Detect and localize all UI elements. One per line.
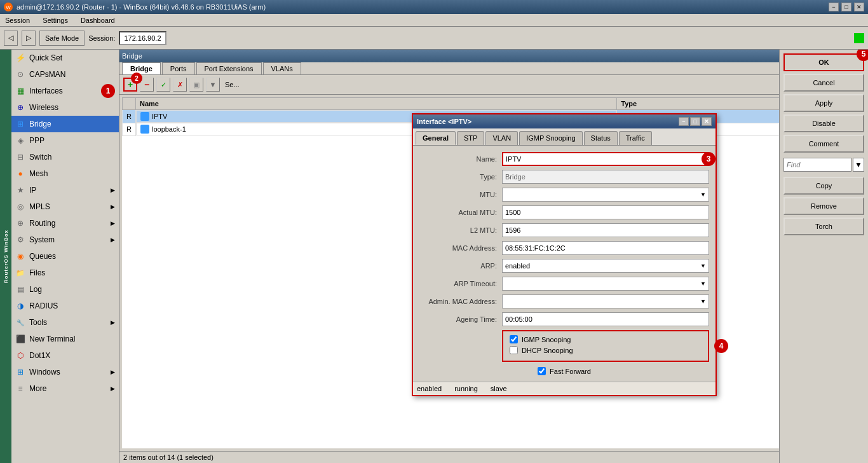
apply-button[interactable]: Apply: [783, 94, 864, 112]
ageing-input[interactable]: [502, 312, 709, 326]
torch-button[interactable]: Torch: [783, 218, 864, 235]
fast-forward-checkbox[interactable]: [538, 367, 546, 375]
sidebar-item-tools[interactable]: Tools ▶: [11, 314, 119, 331]
settings-button[interactable]: ▣: [189, 78, 203, 92]
sidebar-item-switch[interactable]: Switch: [11, 149, 119, 165]
sidebar-item-radius[interactable]: RADIUS: [11, 298, 119, 314]
l2-mtu-input[interactable]: [502, 223, 709, 237]
cancel-button[interactable]: Cancel: [783, 74, 864, 92]
interface-close-btn[interactable]: ✕: [702, 117, 712, 126]
close-button[interactable]: ✕: [854, 3, 864, 11]
enable-button[interactable]: ✓: [156, 78, 170, 92]
sidebar-item-more[interactable]: More ▶: [11, 380, 119, 397]
bridge-tab-bridge[interactable]: Bridge: [122, 62, 161, 74]
interface-dialog-title: Interface <IPTV>: [417, 118, 471, 125]
interface-tab-status[interactable]: Status: [584, 131, 618, 145]
bridge-tab-vlans[interactable]: VLANs: [263, 62, 301, 74]
interface-tab-stp[interactable]: STP: [457, 131, 484, 145]
mac-input[interactable]: [502, 241, 709, 255]
status-slave: slave: [491, 385, 507, 392]
bridge-tab-ports[interactable]: Ports: [162, 62, 195, 74]
disable-button[interactable]: ✗: [173, 78, 187, 92]
interface-tab-traffic[interactable]: Traffic: [619, 131, 652, 145]
interface-tab-general[interactable]: General: [416, 131, 456, 145]
igmp-snooping-checkbox[interactable]: [510, 335, 518, 343]
back-button[interactable]: [4, 31, 18, 46]
windows-arrow: ▶: [111, 369, 115, 375]
badge-1: 1: [101, 84, 115, 98]
arp-timeout-select[interactable]: ▼: [502, 277, 709, 291]
dhcp-snooping-checkbox[interactable]: [510, 346, 518, 354]
arp-select[interactable]: enabled ▼: [502, 259, 709, 273]
switch-icon: [15, 152, 25, 162]
menu-dashboard[interactable]: Dashboard: [78, 15, 118, 25]
sidebar-item-ppp[interactable]: PPP: [11, 132, 119, 149]
sidebar-item-routing[interactable]: Routing ▶: [11, 215, 119, 232]
find-input[interactable]: [783, 158, 851, 172]
sidebar-item-quick-set[interactable]: Quick Set: [11, 50, 119, 66]
mtu-select[interactable]: ▼: [502, 188, 709, 202]
safe-mode-button[interactable]: Safe Mode: [39, 31, 85, 46]
interface-tab-vlan[interactable]: VLAN: [485, 131, 518, 145]
igmp-snooping-label: IGMP Snooping: [522, 336, 571, 343]
find-dropdown[interactable]: ▼: [853, 158, 864, 172]
actual-mtu-row: Actual MTU:: [419, 205, 709, 219]
sidebar-item-log[interactable]: Log: [11, 281, 119, 298]
dhcp-snooping-label: DHCP Snooping: [522, 347, 573, 354]
sidebar-label-routing: Routing: [29, 219, 55, 228]
ip-icon: [15, 185, 25, 195]
routing-icon: [15, 218, 25, 228]
ok-button[interactable]: OK: [783, 53, 864, 71]
filter-button[interactable]: ▼: [206, 78, 220, 92]
disable-button[interactable]: Disable: [783, 114, 864, 132]
sidebar-item-interfaces[interactable]: Interfaces 1: [11, 83, 119, 99]
sidebar-label-dot1x: Dot1X: [29, 351, 50, 360]
sidebar-item-new-terminal[interactable]: New Terminal: [11, 331, 119, 347]
maximize-button[interactable]: □: [841, 3, 851, 11]
arp-label: ARP:: [419, 262, 502, 270]
menu-session[interactable]: Session: [3, 15, 32, 25]
sidebar-item-capsman[interactable]: CAPsMAN: [11, 66, 119, 83]
interface-tab-igmp-snooping[interactable]: IGMP Snooping: [519, 131, 582, 145]
mpls-arrow: ▶: [111, 204, 115, 210]
admin-mac-select[interactable]: ▼: [502, 294, 709, 308]
sidebar-item-ip[interactable]: IP ▶: [11, 182, 119, 198]
sidebar-item-windows[interactable]: Windows ▶: [11, 364, 119, 380]
menu-settings[interactable]: Settings: [40, 15, 71, 25]
sidebar-item-system[interactable]: System ▶: [11, 232, 119, 248]
forward-button[interactable]: [22, 31, 36, 46]
app-icon: W: [4, 3, 13, 11]
interface-minimize-btn[interactable]: −: [679, 117, 689, 126]
comment-button[interactable]: Comment: [783, 135, 864, 153]
sidebar-item-mesh[interactable]: Mesh: [11, 165, 119, 182]
files-icon: [15, 268, 25, 278]
interface-maximize-btn[interactable]: □: [690, 117, 700, 126]
sidebar-label-more: More: [29, 384, 46, 393]
sidebar-item-files[interactable]: Files: [11, 265, 119, 281]
row-flag: R: [123, 123, 136, 135]
bridge-tab-port-extensions[interactable]: Port Extensions: [196, 62, 262, 74]
mtu-label: MTU:: [419, 191, 502, 198]
igmp-snooping-row: IGMP Snooping: [510, 335, 702, 343]
actual-mtu-input[interactable]: [502, 205, 709, 219]
sidebar-item-dot1x[interactable]: Dot1X: [11, 347, 119, 364]
add-button[interactable]: + 2: [123, 78, 137, 92]
remove-button[interactable]: Remove: [783, 197, 864, 215]
mpls-icon: [15, 202, 25, 212]
mac-row: MAC Address:: [419, 241, 709, 255]
sidebar-label-files: Files: [29, 268, 45, 277]
sidebar-item-wireless[interactable]: Wireless: [11, 99, 119, 116]
sidebar-item-bridge[interactable]: Bridge: [11, 116, 119, 132]
copy-button[interactable]: Copy: [783, 177, 864, 195]
minimize-button[interactable]: −: [829, 3, 839, 11]
interface-tab-bar: General STP VLAN IGMP Snooping Status Tr…: [413, 128, 715, 146]
sidebar-item-mpls[interactable]: MPLS ▶: [11, 198, 119, 215]
session-value: 172.16.90.2: [119, 31, 166, 45]
admin-mac-label: Admin. MAC Address:: [419, 298, 502, 305]
bridge-row-icon: [140, 112, 149, 121]
name-input[interactable]: [502, 152, 709, 166]
arp-timeout-row: ARP Timeout: ▼: [419, 277, 709, 291]
bridge-toolbar: + 2 − ✓ ✗ ▣ ▼ Se...: [119, 75, 868, 95]
quickset-icon: [15, 53, 25, 63]
sidebar-item-queues[interactable]: Queues: [11, 248, 119, 265]
